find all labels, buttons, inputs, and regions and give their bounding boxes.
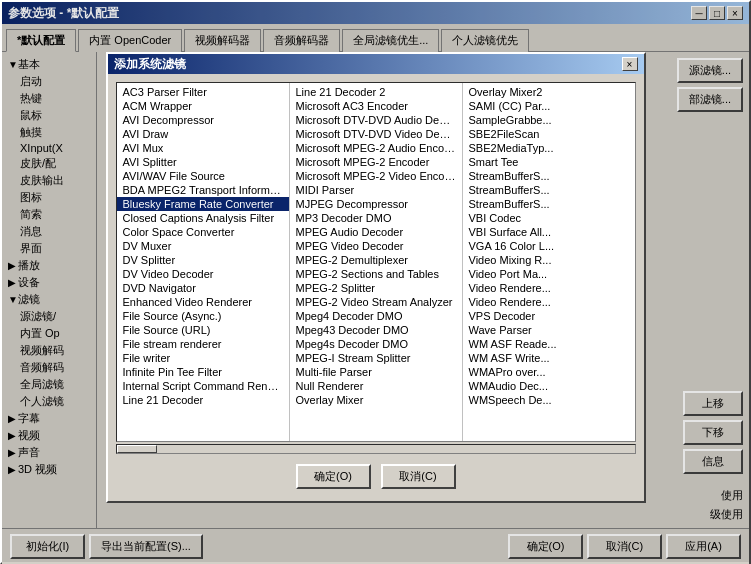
list-item[interactable]: MIDI Parser	[290, 183, 462, 197]
list-item[interactable]: File Source (URL)	[117, 323, 289, 337]
list-item[interactable]: WMSpeech De...	[463, 393, 635, 407]
main-window: 参数选项 - *默认配置 ─ □ × *默认配置 内置 OpenCoder 视频…	[0, 0, 751, 564]
list-item[interactable]: File writer	[117, 351, 289, 365]
list-item[interactable]: WM ASF Write...	[463, 351, 635, 365]
list-item[interactable]: Overlay Mixer2	[463, 85, 635, 99]
list-item[interactable]: Mpeg4s Decoder DMO	[290, 337, 462, 351]
dialog-bottom-buttons: 确定(O) 取消(C)	[116, 456, 636, 493]
list-item[interactable]: Microsoft AC3 Encoder	[290, 99, 462, 113]
list-item[interactable]: Enhanced Video Renderer	[117, 295, 289, 309]
list-item[interactable]: Wave Parser	[463, 323, 635, 337]
list-item[interactable]: Microsoft MPEG-2 Encoder	[290, 155, 462, 169]
list-item[interactable]: SBE2MediaTyp...	[463, 141, 635, 155]
list-item[interactable]: Video Rendere...	[463, 295, 635, 309]
dialog-overlay: 添加系统滤镜 × AC3 Parser Filter ACM Wrapper A…	[2, 2, 749, 562]
list-item[interactable]: Line 21 Decoder	[117, 393, 289, 407]
add-filter-dialog: 添加系统滤镜 × AC3 Parser Filter ACM Wrapper A…	[106, 52, 646, 503]
list-item[interactable]: MPEG-I Stream Splitter	[290, 351, 462, 365]
list-item[interactable]: Color Space Converter	[117, 225, 289, 239]
dialog-close-button[interactable]: ×	[622, 57, 638, 71]
list-item[interactable]: SampleGrabbe...	[463, 113, 635, 127]
list-item[interactable]: Internal Script Command Renderer	[117, 379, 289, 393]
list-item[interactable]: MPEG-2 Video Stream Analyzer	[290, 295, 462, 309]
list-item[interactable]: Line 21 Decoder 2	[290, 85, 462, 99]
list-item[interactable]: StreamBufferS...	[463, 197, 635, 211]
list-item[interactable]: Smart Tee	[463, 155, 635, 169]
list-item[interactable]: MPEG Audio Decoder	[290, 225, 462, 239]
list-item[interactable]: File stream renderer	[117, 337, 289, 351]
list-item[interactable]: MJPEG Decompressor	[290, 197, 462, 211]
list-item[interactable]: WM ASF Reade...	[463, 337, 635, 351]
list-item[interactable]: ACM Wrapper	[117, 99, 289, 113]
list-item[interactable]: VBI Surface All...	[463, 225, 635, 239]
list-item[interactable]: SAMI (CC) Par...	[463, 99, 635, 113]
list-item[interactable]: Microsoft MPEG-2 Video Encoder	[290, 169, 462, 183]
scrollbar-thumb[interactable]	[117, 445, 157, 453]
list-item[interactable]: File Source (Async.)	[117, 309, 289, 323]
list-item[interactable]: Infinite Pin Tee Filter	[117, 365, 289, 379]
filter-column-2: Line 21 Decoder 2 Microsoft AC3 Encoder …	[290, 83, 463, 441]
list-item[interactable]: StreamBufferS...	[463, 183, 635, 197]
list-item[interactable]: VBI Codec	[463, 211, 635, 225]
dialog-title-bar: 添加系统滤镜 ×	[108, 54, 644, 74]
list-item[interactable]: Video Port Ma...	[463, 267, 635, 281]
dialog-ok-button[interactable]: 确定(O)	[296, 464, 371, 489]
list-item-bluesky[interactable]: Bluesky Frame Rate Converter	[117, 197, 289, 211]
list-item[interactable]: BDA MPEG2 Transport Information Filter	[117, 183, 289, 197]
list-item[interactable]: DV Splitter	[117, 253, 289, 267]
list-item[interactable]: MPEG Video Decoder	[290, 239, 462, 253]
list-item[interactable]: AVI Draw	[117, 127, 289, 141]
dialog-title-text: 添加系统滤镜	[114, 56, 186, 73]
list-item[interactable]: DV Video Decoder	[117, 267, 289, 281]
list-item[interactable]: DVD Navigator	[117, 281, 289, 295]
list-item[interactable]: DV Muxer	[117, 239, 289, 253]
list-item[interactable]: VPS Decoder	[463, 309, 635, 323]
dialog-content: AC3 Parser Filter ACM Wrapper AVI Decomp…	[108, 74, 644, 501]
list-item[interactable]: MPEG-2 Demultiplexer	[290, 253, 462, 267]
list-item[interactable]: StreamBufferS...	[463, 169, 635, 183]
filter-list-area: AC3 Parser Filter ACM Wrapper AVI Decomp…	[116, 82, 636, 442]
list-item[interactable]: MPEG-2 Sections and Tables	[290, 267, 462, 281]
horizontal-scrollbar[interactable]	[116, 444, 636, 454]
list-item[interactable]: Microsoft DTV-DVD Video Decoder	[290, 127, 462, 141]
list-item[interactable]: AVI Decompressor	[117, 113, 289, 127]
list-item[interactable]: Microsoft MPEG-2 Audio Encoder	[290, 141, 462, 155]
list-item[interactable]: Multi-file Parser	[290, 365, 462, 379]
list-item[interactable]: SBE2FileScan	[463, 127, 635, 141]
list-item[interactable]: Mpeg43 Decoder DMO	[290, 323, 462, 337]
list-item[interactable]: WMAPro over...	[463, 365, 635, 379]
list-item[interactable]: Video Rendere...	[463, 281, 635, 295]
list-item[interactable]: AVI/WAV File Source	[117, 169, 289, 183]
list-item[interactable]: AC3 Parser Filter	[117, 85, 289, 99]
list-item[interactable]: MPEG-2 Splitter	[290, 281, 462, 295]
list-item[interactable]: WMAudio Dec...	[463, 379, 635, 393]
list-item[interactable]: MP3 Decoder DMO	[290, 211, 462, 225]
list-item[interactable]: AVI Splitter	[117, 155, 289, 169]
list-item[interactable]: Mpeg4 Decoder DMO	[290, 309, 462, 323]
list-item[interactable]: AVI Mux	[117, 141, 289, 155]
list-item[interactable]: Closed Captions Analysis Filter	[117, 211, 289, 225]
list-item[interactable]: Microsoft DTV-DVD Audio Decoder	[290, 113, 462, 127]
filter-column-1: AC3 Parser Filter ACM Wrapper AVI Decomp…	[117, 83, 290, 441]
filter-column-3: Overlay Mixer2 SAMI (CC) Par... SampleGr…	[463, 83, 635, 441]
dialog-cancel-button[interactable]: 取消(C)	[381, 464, 456, 489]
list-item[interactable]: VGA 16 Color L...	[463, 239, 635, 253]
list-item[interactable]: Overlay Mixer	[290, 393, 462, 407]
list-item[interactable]: Null Renderer	[290, 379, 462, 393]
list-item[interactable]: Video Mixing R...	[463, 253, 635, 267]
